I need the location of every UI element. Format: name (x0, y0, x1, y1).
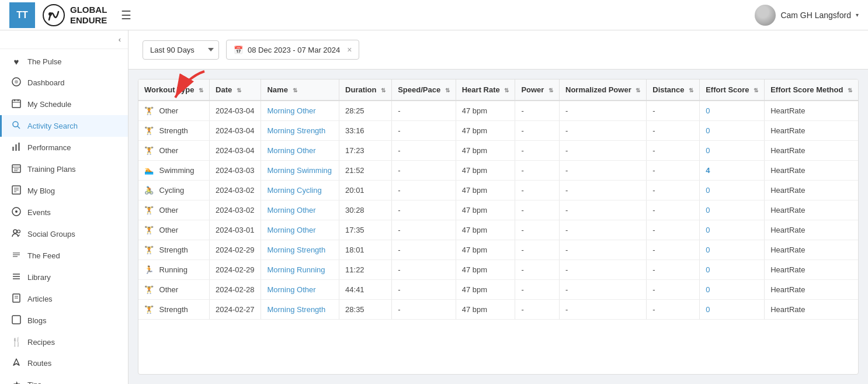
collapse-icon: ‹ (119, 35, 121, 44)
sidebar-label-recipes: Recipes (27, 338, 55, 347)
cell-workout-type: 🏋 Other (138, 200, 210, 220)
cell-norm-power: - (560, 260, 647, 280)
cell-heart-rate: 47 bpm (456, 161, 515, 181)
cell-name: Morning Cycling (261, 181, 339, 200)
sidebar-collapse-button[interactable]: ‹ (0, 30, 128, 49)
th-date[interactable]: Date ⇅ (210, 79, 261, 101)
activity-link[interactable]: Morning Other (267, 146, 315, 155)
cell-power: - (515, 181, 560, 200)
th-distance[interactable]: Distance ⇅ (647, 79, 700, 101)
cell-effort-method: HeartRate (765, 280, 858, 300)
th-normalized-power[interactable]: Normalized Power ⇅ (560, 79, 647, 101)
sidebar-item-pulse[interactable]: ♥ The Pulse (0, 51, 128, 72)
cell-effort-score: 0 (700, 200, 765, 220)
date-range-text: 08 Dec 2023 - 07 Mar 2024 (248, 46, 340, 54)
cell-name: Morning Strength (261, 240, 339, 260)
th-workout-type[interactable]: Workout Type ⇅ (138, 79, 210, 101)
library-icon (11, 272, 22, 283)
svg-rect-12 (18, 143, 20, 151)
cell-power: - (515, 240, 560, 260)
sort-icon-date: ⇅ (237, 87, 241, 94)
th-speed-pace[interactable]: Speed/Pace ⇅ (392, 79, 456, 101)
activity-link[interactable]: Morning Strength (267, 245, 325, 254)
sidebar-item-my-blog[interactable]: My Blog (0, 180, 128, 202)
user-menu[interactable]: Cam GH Langsford ▾ (755, 5, 859, 26)
activity-link[interactable]: Morning Strength (267, 305, 325, 314)
sidebar-item-activity-search[interactable]: Activity Search (0, 115, 128, 137)
cell-date: 2024-03-01 (210, 220, 261, 240)
effort-score-value[interactable]: 0 (706, 285, 710, 294)
th-effort-score[interactable]: Effort Score ⇅ (700, 79, 765, 101)
activity-link[interactable]: Morning Swimming (267, 166, 332, 175)
workout-type-icon: 🏋 (144, 106, 154, 115)
cell-date: 2024-03-04 (210, 121, 261, 141)
sidebar-label-my-blog: My Blog (27, 186, 55, 195)
effort-score-value[interactable]: 0 (706, 146, 710, 155)
sidebar-item-schedule[interactable]: My Schedule (0, 94, 128, 115)
sidebar-item-library[interactable]: Library (0, 267, 128, 288)
cell-duration: 21:52 (339, 161, 392, 181)
date-range-close[interactable]: × (347, 45, 352, 54)
activity-link[interactable]: Morning Running (267, 265, 325, 274)
activity-link[interactable]: Morning Other (267, 285, 315, 294)
period-select[interactable]: Last 7 Days Last 30 Days Last 90 Days La… (143, 40, 219, 60)
effort-score-value[interactable]: 0 (706, 245, 710, 254)
search-icon (11, 120, 22, 132)
cell-workout-type: 🏊 Swimming (138, 161, 210, 181)
sidebar-nav: ♥ The Pulse Dashboard My Schedule Activ (0, 49, 128, 384)
th-effort-method[interactable]: Effort Score Method ⇅ (765, 79, 858, 101)
sidebar-item-recipes[interactable]: 🍴 Recipes (0, 331, 128, 352)
effort-score-value[interactable]: 0 (706, 265, 710, 274)
cell-effort-method: HeartRate (765, 161, 858, 181)
sidebar-item-tips[interactable]: ★ Tips (0, 374, 128, 384)
sidebar-item-training-plans[interactable]: Training Plans (0, 158, 128, 180)
effort-score-value[interactable]: 4 (706, 166, 710, 175)
effort-score-value[interactable]: 0 (706, 126, 710, 135)
workout-type-icon: 🏃 (144, 265, 154, 274)
sidebar-item-articles[interactable]: Articles (0, 288, 128, 310)
effort-score-value[interactable]: 0 (706, 305, 710, 314)
effort-score-value[interactable]: 0 (706, 226, 710, 234)
cell-speed-pace: - (392, 181, 456, 200)
training-plans-icon (11, 164, 22, 175)
sidebar-item-the-feed[interactable]: The Feed (0, 245, 128, 267)
sidebar-label-dashboard: Dashboard (27, 78, 65, 87)
sidebar-item-performance[interactable]: Performance (0, 137, 128, 158)
cell-date: 2024-03-02 (210, 200, 261, 220)
sidebar-item-dashboard[interactable]: Dashboard (0, 72, 128, 94)
cell-speed-pace: - (392, 240, 456, 260)
svg-rect-11 (15, 144, 17, 151)
workout-type-icon: 🏊 (144, 166, 154, 175)
hamburger-icon[interactable]: ☰ (121, 8, 131, 22)
cell-effort-score: 0 (700, 260, 765, 280)
svg-point-22 (15, 210, 18, 213)
workout-type-icon: 🏋 (144, 226, 154, 234)
activity-link[interactable]: Morning Strength (267, 126, 325, 135)
th-duration[interactable]: Duration ⇅ (339, 79, 392, 101)
sidebar-item-blogs[interactable]: Blogs (0, 310, 128, 331)
activity-link[interactable]: Morning Cycling (267, 186, 321, 195)
th-heart-rate[interactable]: Heart Rate ⇅ (456, 79, 515, 101)
cell-name: Morning Running (261, 260, 339, 280)
cell-heart-rate: 47 bpm (456, 260, 515, 280)
activity-link[interactable]: Morning Other (267, 226, 315, 234)
effort-score-value[interactable]: 0 (706, 106, 710, 115)
activity-link[interactable]: Morning Other (267, 106, 315, 115)
cell-distance: - (647, 220, 700, 240)
table-row: 🏃 Running 2024-02-29 Morning Running 11:… (138, 260, 858, 280)
svg-point-3 (15, 80, 18, 84)
sidebar-item-events[interactable]: Events (0, 202, 128, 223)
cell-workout-type: 🚴 Cycling (138, 181, 210, 200)
effort-score-value[interactable]: 0 (706, 206, 710, 215)
th-name[interactable]: Name ⇅ (261, 79, 339, 101)
svg-point-1 (48, 12, 52, 16)
cell-speed-pace: - (392, 200, 456, 220)
th-power[interactable]: Power ⇅ (515, 79, 560, 101)
effort-score-value[interactable]: 0 (706, 186, 710, 195)
workout-type-icon: 🏋 (144, 126, 154, 135)
cell-duration: 17:23 (339, 141, 392, 161)
activity-link[interactable]: Morning Other (267, 206, 315, 215)
sidebar-item-social-groups[interactable]: Social Groups (0, 223, 128, 245)
sidebar-item-routes[interactable]: Routes (0, 352, 128, 374)
cell-power: - (515, 141, 560, 161)
